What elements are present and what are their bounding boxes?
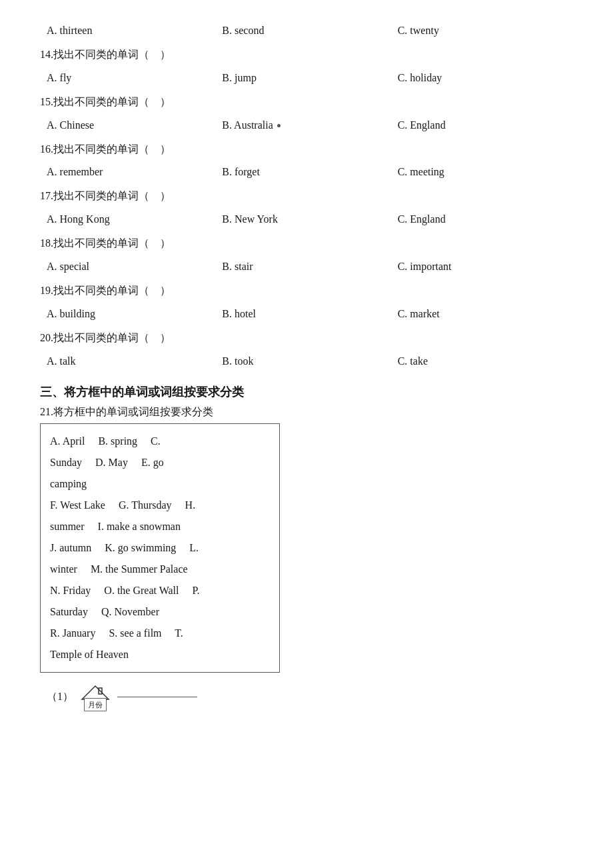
answer-1-label: （1） <box>47 690 73 704</box>
q17-option-c: C. England <box>398 209 573 230</box>
q15-option-b: B. Australia <box>222 115 397 136</box>
q20-option-b: B. took <box>222 351 397 372</box>
question-17: 17.找出不同类的单词（ ） <box>40 187 573 206</box>
section-3-title: 三、将方框中的单词或词组按要求分类 <box>40 384 573 400</box>
q16-option-a: A. remember <box>47 161 222 183</box>
q18-option-a: A. special <box>47 256 222 277</box>
word-box-line-5: summer I. make a snowman <box>50 516 270 537</box>
word-box-line-1: A. April B. spring C. <box>50 431 270 452</box>
q14-options: A. fly B. jump C. holiday <box>40 67 573 89</box>
option-a-thirteen: A. thirteen <box>47 20 222 41</box>
q17-options: A. Hong Kong B. New York C. England <box>40 209 573 230</box>
q19-options: A. building B. hotel C. market <box>40 303 573 325</box>
q15-options: A. Chinese B. Australia C. England <box>40 115 573 136</box>
q21-label: 21.将方框中的单词或词组按要求分类 <box>40 405 573 419</box>
question-16-label: 16.找出不同类的单词（ ） <box>40 143 171 155</box>
q17-option-a: A. Hong Kong <box>47 209 222 230</box>
dot-decoration <box>277 124 281 127</box>
svg-text:月份: 月份 <box>88 701 103 709</box>
q14-option-a: A. fly <box>47 67 222 89</box>
word-box-line-9: Saturday Q. November <box>50 601 270 623</box>
question-17-label: 17.找出不同类的单词（ ） <box>40 190 171 201</box>
q18-options: A. special B. stair C. important <box>40 256 573 277</box>
question-16: 16.找出不同类的单词（ ） <box>40 140 573 159</box>
q19-option-b: B. hotel <box>222 303 397 325</box>
answer-1-line <box>117 697 197 697</box>
word-box: A. April B. spring C. Sunday D. May E. g… <box>40 423 280 673</box>
option-c-twenty: C. twenty <box>398 20 573 41</box>
word-box-line-8: N. Friday O. the Great Wall P. <box>50 580 270 601</box>
question-19: 19.找出不同类的单词（ ） <box>40 281 573 301</box>
word-box-line-2: Sunday D. May E. go <box>50 452 270 473</box>
svg-marker-0 <box>82 686 109 699</box>
q20-option-c: C. take <box>398 351 573 372</box>
q15-option-a: A. Chinese <box>47 115 222 136</box>
q16-option-b: B. forget <box>222 161 397 183</box>
q14-option-b: B. jump <box>222 67 397 89</box>
question-19-label: 19.找出不同类的单词（ ） <box>40 285 171 296</box>
word-box-line-6: J. autumn K. go swimming L. <box>50 537 270 559</box>
word-box-line-10: R. January S. see a film T. <box>50 623 270 644</box>
top-options-row: A. thirteen B. second C. twenty <box>40 20 573 41</box>
q19-option-a: A. building <box>47 303 222 325</box>
house-container: 月份 <box>79 681 112 714</box>
word-box-line-7: winter M. the Summer Palace <box>50 559 270 580</box>
answer-row-1: （1） 月份 <box>40 681 573 714</box>
question-20: 20.找出不同类的单词（ ） <box>40 329 573 348</box>
q16-options: A. remember B. forget C. meeting <box>40 161 573 183</box>
q19-option-c: C. market <box>398 303 573 325</box>
q20-option-a: A. talk <box>47 351 222 372</box>
q18-option-c: C. important <box>398 256 573 277</box>
question-14: 14.找出不同类的单词（ ） <box>40 45 573 65</box>
question-15-label: 15.找出不同类的单词（ ） <box>40 96 171 107</box>
question-15: 15.找出不同类的单词（ ） <box>40 93 573 112</box>
q16-option-c: C. meeting <box>398 161 573 183</box>
option-b-second: B. second <box>222 20 397 41</box>
word-box-line-4: F. West Lake G. Thursday H. <box>50 495 270 516</box>
q15-option-c: C. England <box>398 115 573 136</box>
word-box-line-3: camping <box>50 473 270 495</box>
q17-option-b: B. New York <box>222 209 397 230</box>
question-18: 18.找出不同类的单词（ ） <box>40 234 573 253</box>
q18-option-b: B. stair <box>222 256 397 277</box>
question-20-label: 20.找出不同类的单词（ ） <box>40 332 171 343</box>
house-icon: 月份 <box>79 681 112 714</box>
question-14-label: 14.找出不同类的单词（ ） <box>40 49 171 60</box>
word-box-line-11: Temple of Heaven <box>50 644 270 665</box>
q14-option-c: C. holiday <box>398 67 573 89</box>
question-18-label: 18.找出不同类的单词（ ） <box>40 237 171 249</box>
q20-options: A. talk B. took C. take <box>40 351 573 372</box>
